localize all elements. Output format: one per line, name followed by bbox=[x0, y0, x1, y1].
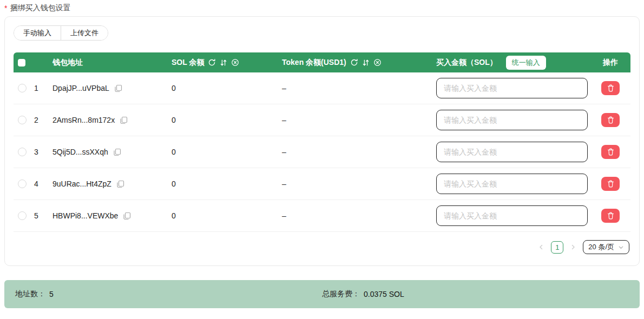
copy-icon[interactable] bbox=[113, 148, 121, 156]
row-index: 1 bbox=[34, 84, 52, 92]
pagination-prev-icon[interactable] bbox=[537, 241, 546, 253]
page-size-select[interactable]: 20 条/页 bbox=[583, 240, 629, 254]
tab-upload-file-label: 上传文件 bbox=[70, 28, 98, 38]
wallet-address: 5Qij5D...ssXXqh bbox=[52, 148, 108, 156]
sol-refresh-icon[interactable] bbox=[208, 58, 216, 67]
buy-amount-input[interactable] bbox=[436, 142, 588, 162]
tab-upload-file[interactable]: 上传文件 bbox=[61, 26, 108, 40]
header-address: 钱包地址 bbox=[52, 58, 83, 68]
token-clear-icon[interactable] bbox=[373, 58, 382, 67]
total-fee: 总服务费： 0.0375 SOL bbox=[322, 289, 404, 299]
token-sort-icon[interactable] bbox=[362, 59, 370, 67]
table-row: 3 5Qij5D...ssXXqh 0 – bbox=[14, 136, 630, 168]
input-mode-tabs: 手动输入 上传文件 bbox=[14, 25, 108, 41]
token-balance-value: – bbox=[282, 180, 436, 188]
table-row: 4 9uURac...Ht4ZpZ 0 – bbox=[14, 168, 630, 200]
row-index: 4 bbox=[34, 180, 52, 188]
sol-sort-icon[interactable] bbox=[220, 59, 227, 67]
sol-balance-value: 0 bbox=[172, 211, 282, 220]
sol-balance-value: 0 bbox=[172, 180, 282, 188]
pagination: 1 20 条/页 bbox=[14, 232, 630, 262]
sol-balance-value: 0 bbox=[172, 148, 282, 156]
buy-amount-input[interactable] bbox=[436, 174, 588, 194]
address-count-value: 5 bbox=[49, 290, 54, 298]
copy-icon[interactable] bbox=[120, 116, 128, 124]
summary-footer: 地址数： 5 总服务费： 0.0375 SOL bbox=[4, 280, 640, 308]
token-balance-value: – bbox=[282, 211, 436, 220]
row-index: 5 bbox=[34, 211, 52, 220]
table-row: 5 HBWPi8...VEWXbe 0 – bbox=[14, 200, 630, 232]
sol-balance-value: 0 bbox=[172, 116, 282, 124]
wallet-address: 9uURac...Ht4ZpZ bbox=[52, 180, 111, 188]
tab-manual-input-label: 手动输入 bbox=[23, 28, 51, 38]
trash-icon bbox=[607, 148, 614, 156]
address-count: 地址数： 5 bbox=[15, 289, 54, 299]
trash-icon bbox=[607, 84, 614, 92]
wallet-address: 2AmsRn...8m172x bbox=[52, 116, 115, 124]
delete-row-button[interactable] bbox=[601, 209, 620, 223]
header-token-balance: Token 余额(USD1) bbox=[282, 58, 346, 68]
pagination-page-1[interactable]: 1 bbox=[551, 241, 563, 254]
row-checkbox[interactable] bbox=[18, 148, 27, 156]
trash-icon bbox=[607, 180, 614, 188]
token-balance-value: – bbox=[282, 116, 436, 124]
total-fee-label: 总服务费： bbox=[322, 289, 360, 299]
token-balance-value: – bbox=[282, 84, 436, 92]
sol-balance-value: 0 bbox=[172, 84, 282, 92]
sol-clear-icon[interactable] bbox=[231, 58, 239, 67]
select-all-checkbox[interactable] bbox=[18, 59, 25, 67]
wallets-table: 钱包地址 SOL 余额 bbox=[14, 52, 630, 262]
buy-amount-input[interactable] bbox=[436, 78, 588, 98]
row-index: 2 bbox=[34, 116, 52, 124]
pagination-next-icon[interactable] bbox=[569, 241, 577, 253]
row-index: 3 bbox=[34, 148, 52, 156]
delete-row-button[interactable] bbox=[601, 177, 620, 191]
copy-icon[interactable] bbox=[123, 212, 131, 220]
chevron-down-icon bbox=[618, 244, 624, 250]
trash-icon bbox=[607, 116, 614, 124]
address-count-label: 地址数： bbox=[15, 289, 45, 299]
header-buy-amount: 买入金额（SOL） bbox=[436, 58, 497, 68]
row-checkbox[interactable] bbox=[18, 84, 27, 92]
wallet-address: HBWPi8...VEWXbe bbox=[52, 211, 118, 220]
table-header: 钱包地址 SOL 余额 bbox=[14, 52, 630, 72]
page-title: 捆绑买入钱包设置 bbox=[10, 3, 70, 13]
token-refresh-icon[interactable] bbox=[350, 58, 358, 67]
buy-amount-input[interactable] bbox=[436, 205, 588, 226]
wallet-address: DpajJP...uVPbaL bbox=[52, 84, 109, 92]
delete-row-button[interactable] bbox=[601, 113, 620, 127]
delete-row-button[interactable] bbox=[601, 81, 620, 95]
total-fee-value: 0.0375 SOL bbox=[364, 290, 404, 298]
trash-icon bbox=[607, 212, 614, 220]
header-sol-balance: SOL 余额 bbox=[172, 58, 204, 68]
row-checkbox[interactable] bbox=[18, 211, 27, 220]
token-balance-value: – bbox=[282, 148, 436, 156]
row-checkbox[interactable] bbox=[18, 116, 27, 124]
required-asterisk: * bbox=[4, 4, 7, 12]
wallet-settings-card: 手动输入 上传文件 钱包地址 SOL 余额 bbox=[4, 16, 640, 266]
tab-manual-input[interactable]: 手动输入 bbox=[14, 26, 61, 40]
section-title-row: * 捆绑买入钱包设置 bbox=[0, 0, 644, 15]
table-row: 1 DpajJP...uVPbaL 0 – bbox=[14, 72, 630, 104]
header-actions: 操作 bbox=[603, 58, 618, 68]
table-row: 2 2AmsRn...8m172x 0 – bbox=[14, 104, 630, 136]
uniform-input-button[interactable]: 统一输入 bbox=[506, 56, 546, 70]
copy-icon[interactable] bbox=[114, 84, 122, 92]
buy-amount-input[interactable] bbox=[436, 110, 588, 130]
row-checkbox[interactable] bbox=[18, 180, 27, 188]
page-size-value: 20 条/页 bbox=[588, 242, 614, 252]
copy-icon[interactable] bbox=[116, 180, 124, 188]
delete-row-button[interactable] bbox=[601, 145, 620, 159]
